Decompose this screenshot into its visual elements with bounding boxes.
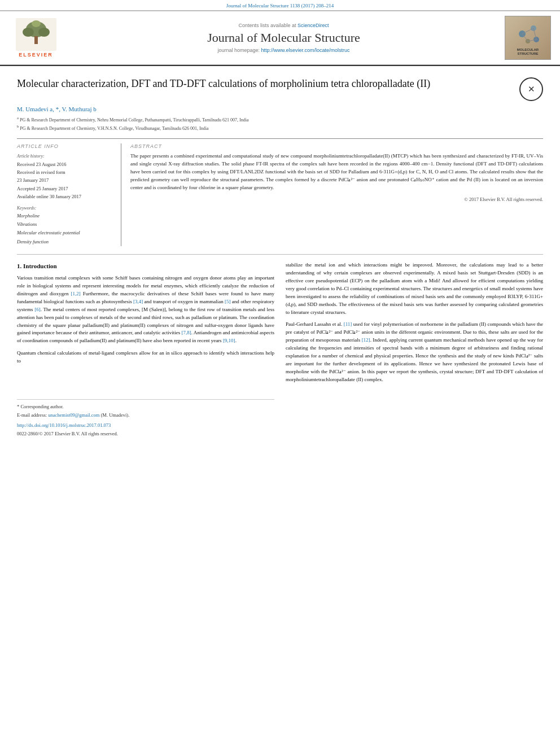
revised-date: Received in revised form23 January 2017: [17, 168, 114, 185]
journal-header: ELSEVIER Contents lists available at Sci…: [0, 10, 560, 65]
intro-para-2: Quantum chemical calculations of metal-l…: [17, 350, 274, 365]
journal-homepage: journal homepage: http://www.elsevier.co…: [68, 47, 499, 53]
body-col-right: stabilize the metal ion and which intera…: [286, 261, 543, 438]
email-line: E-mail address: unachemist09@gmail.com (…: [17, 412, 274, 419]
homepage-url[interactable]: http://www.elsevier.com/locate/molstruc: [261, 47, 350, 53]
article-title: Molecular characterization, DFT and TD-D…: [17, 77, 508, 90]
mol-structure-mini-svg: [511, 20, 545, 48]
contents-available: Contents lists available at ScienceDirec…: [68, 23, 499, 28]
email-label: E-mail address:: [17, 412, 47, 418]
abstract-col: ABSTRACT The paper presents a combined e…: [130, 143, 543, 246]
top-bar: Journal of Molecular Structure 1138 (201…: [0, 0, 560, 10]
right-para-2: Paul-Gerhard Lassahn et al. [11] used fo…: [286, 321, 543, 384]
history-label: Article history:: [17, 152, 114, 160]
accepted-date: Accepted 25 January 2017: [17, 185, 114, 193]
svg-point-5: [32, 20, 41, 27]
article-info-label: ARTICLE INFO: [17, 143, 114, 149]
keyword-1: Morpholine: [17, 212, 114, 220]
corresponding-author: * Corresponding author.: [17, 403, 274, 410]
received-date: Received 23 August 2016: [17, 160, 114, 168]
article-title-section: Molecular characterization, DFT and TD-D…: [17, 77, 543, 101]
authors: M. Umadevi a, *, V. Muthuraj b: [17, 106, 543, 112]
doi-line: http://dx.doi.org/10.1016/j.molstruc.201…: [17, 422, 274, 429]
elsevier-label: ELSEVIER: [19, 52, 53, 58]
article-main: Molecular characterization, DFT and TD-D…: [0, 66, 560, 246]
keywords-label: Keywords:: [17, 206, 114, 211]
molecular-structure-thumbnail: MOLECULARSTRUCTURE: [505, 16, 551, 60]
intro-para-1: Various transition metal complexes with …: [17, 274, 274, 345]
section1-heading: 1. Introduction: [17, 261, 274, 271]
info-abstract-section: ARTICLE INFO Article history: Received 2…: [17, 138, 543, 246]
issn-line: 0022-2860/© 2017 Elsevier B.V. All right…: [17, 430, 274, 438]
article-info-col: ARTICLE INFO Article history: Received 2…: [17, 143, 121, 246]
keyword-3: Molecular electrostatic potential: [17, 229, 114, 237]
elsevier-logo: ELSEVIER: [9, 18, 63, 58]
svg-rect-4: [34, 36, 38, 44]
elsevier-tree-svg: [16, 18, 56, 51]
svg-point-2: [23, 28, 34, 37]
crossmark-icon: ✕: [519, 77, 543, 101]
body-section: 1. Introduction Various transition metal…: [0, 255, 560, 438]
sciencedirect-link[interactable]: ScienceDirect: [298, 23, 329, 28]
affiliation-a: a PG & Research Department of Chemistry,…: [17, 115, 543, 124]
article-history: Article history: Received 23 August 2016…: [17, 152, 114, 201]
abstract-text: The paper presents a combined experiment…: [130, 152, 543, 192]
doi-link[interactable]: http://dx.doi.org/10.1016/j.molstruc.201…: [17, 422, 111, 428]
abstract-label: ABSTRACT: [130, 143, 543, 149]
journal-title-center: Contents lists available at ScienceDirec…: [63, 23, 505, 53]
journal-name-heading: Journal of Molecular Structure: [68, 30, 499, 45]
body-col-left: 1. Introduction Various transition metal…: [17, 261, 274, 438]
keyword-4: Density function: [17, 238, 114, 246]
email-suffix: (M. Umadevi).: [101, 412, 130, 418]
journal-reference: Journal of Molecular Structure 1138 (201…: [226, 3, 334, 8]
email-link[interactable]: unachemist09@gmail.com: [48, 412, 99, 418]
affiliation-b: b PG & Research Department of Chemistry,…: [17, 124, 543, 132]
footnote-section: * Corresponding author. E-mail address: …: [17, 399, 274, 438]
affiliations: a PG & Research Department of Chemistry,…: [17, 115, 543, 133]
keyword-2: Vibrations: [17, 220, 114, 229]
right-para-1: stabilize the metal ion and which intera…: [286, 261, 543, 317]
available-date: Available online 30 January 2017: [17, 193, 114, 200]
keywords-list: Morpholine Vibrations Molecular electros…: [17, 212, 114, 246]
svg-point-3: [38, 28, 50, 37]
keywords-section: Keywords: Morpholine Vibrations Molecula…: [17, 206, 114, 246]
mol-structure-label: MOLECULARSTRUCTURE: [517, 48, 539, 56]
abstract-copyright: © 2017 Elsevier B.V. All rights reserved…: [130, 196, 543, 202]
